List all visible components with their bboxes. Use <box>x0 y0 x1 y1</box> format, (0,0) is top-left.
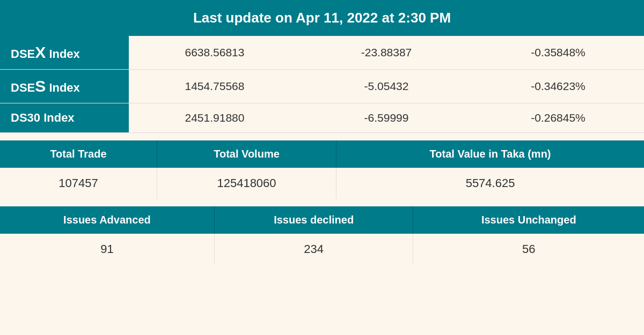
dses-change: -5.05432 <box>301 70 472 103</box>
total-value-value: 5574.625 <box>336 168 644 199</box>
index-table: DSEX Index 6638.56813 -23.88387 -0.35848… <box>0 36 644 133</box>
issues-table: Issues Advanced Issues declined Issues U… <box>0 206 644 265</box>
ds30-label: DS30 Index <box>0 103 129 133</box>
table-row: DSES Index 1454.75568 -5.05432 -0.34623% <box>0 70 644 103</box>
last-update-header: Last update on Apr 11, 2022 at 2:30 PM <box>0 0 644 36</box>
header-title: Last update on Apr 11, 2022 at 2:30 PM <box>193 10 451 26</box>
total-trade-value: 107457 <box>0 168 157 199</box>
issues-declined-value: 234 <box>214 234 413 265</box>
table-row: DSEX Index 6638.56813 -23.88387 -0.35848… <box>0 36 644 70</box>
issues-unchanged-value: 56 <box>413 234 644 265</box>
dses-big-letter: S <box>35 77 46 95</box>
stats-table: Total Trade Total Volume Total Value in … <box>0 140 644 199</box>
dses-value: 1454.75568 <box>129 70 301 103</box>
total-volume-header: Total Volume <box>157 140 336 168</box>
dsex-big-letter: X <box>35 43 46 61</box>
gap-1 <box>0 133 644 140</box>
dsex-value: 6638.56813 <box>129 36 301 70</box>
issues-declined-header: Issues declined <box>214 206 413 234</box>
issues-advanced-header: Issues Advanced <box>0 206 214 234</box>
total-trade-header: Total Trade <box>0 140 157 168</box>
issues-values-row: 91 234 56 <box>0 234 644 265</box>
issues-unchanged-header: Issues Unchanged <box>413 206 644 234</box>
total-volume-value: 125418060 <box>157 168 336 199</box>
ds30-percent: -0.26845% <box>472 103 644 133</box>
ds30-value: 2451.91880 <box>129 103 301 133</box>
main-container: Last update on Apr 11, 2022 at 2:30 PM D… <box>0 0 644 335</box>
gap-2 <box>0 199 644 206</box>
dsex-percent: -0.35848% <box>472 36 644 70</box>
issues-header-row: Issues Advanced Issues declined Issues U… <box>0 206 644 234</box>
ds30-change: -6.59999 <box>301 103 472 133</box>
total-value-header: Total Value in Taka (mn) <box>336 140 644 168</box>
stats-values-row: 107457 125418060 5574.625 <box>0 168 644 199</box>
table-row: DS30 Index 2451.91880 -6.59999 -0.26845% <box>0 103 644 133</box>
stats-header-row: Total Trade Total Volume Total Value in … <box>0 140 644 168</box>
dses-percent: -0.34623% <box>472 70 644 103</box>
dses-label: DSES Index <box>0 70 129 103</box>
issues-advanced-value: 91 <box>0 234 214 265</box>
dsex-change: -23.88387 <box>301 36 472 70</box>
dsex-label: DSEX Index <box>0 36 129 70</box>
